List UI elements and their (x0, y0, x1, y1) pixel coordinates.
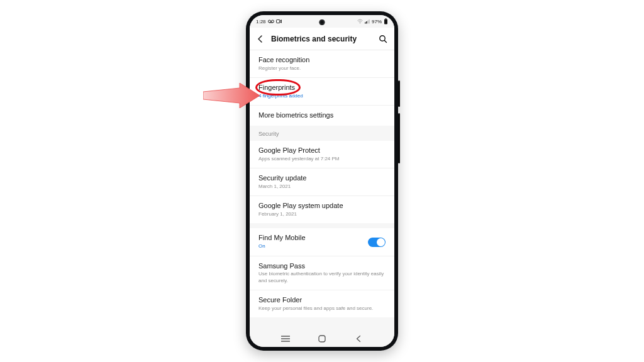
signal-icon (365, 19, 370, 24)
svg-point-2 (271, 20, 274, 23)
svg-rect-6 (365, 23, 365, 24)
page-title: Biometrics and security (271, 35, 372, 43)
item-subtitle: Register your face. (258, 65, 386, 72)
item-title: Face recognition (258, 56, 386, 65)
svg-rect-4 (276, 20, 280, 23)
item-subtitle: Use biometric authentication to verify y… (258, 271, 386, 284)
svg-point-5 (360, 22, 361, 23)
battery-percent: 97% (372, 19, 382, 25)
phone-frame: 1:28 97% (246, 11, 398, 351)
item-title: Secure Folder (258, 296, 386, 305)
android-nav-bar (250, 331, 394, 347)
item-secure-folder[interactable]: Secure Folder Keep your personal files a… (250, 290, 394, 317)
wifi-icon (357, 19, 363, 24)
svg-rect-11 (385, 18, 386, 19)
item-title: More biometrics settings (258, 111, 386, 120)
item-subtitle: March 1, 2021 (258, 184, 386, 190)
front-camera (319, 19, 325, 25)
item-title: Security update (258, 174, 386, 183)
svg-rect-17 (319, 336, 325, 342)
item-subtitle: Apps scanned yesterday at 7:24 PM (258, 156, 386, 162)
item-title: Google Play system update (258, 202, 386, 211)
item-google-play-protect[interactable]: Google Play Protect Apps scanned yesterd… (250, 141, 394, 168)
section-spacer (250, 223, 394, 228)
battery-icon (384, 18, 388, 25)
nav-back[interactable] (353, 333, 364, 344)
nav-recents[interactable] (280, 333, 291, 344)
item-samsung-pass[interactable]: Samsung Pass Use biometric authenticatio… (250, 256, 394, 291)
app-header: Biometrics and security (250, 28, 394, 50)
item-title: Find My Mobile (258, 234, 368, 243)
item-title: Samsung Pass (258, 262, 386, 271)
item-google-play-system-update[interactable]: Google Play system update February 1, 20… (250, 196, 394, 223)
back-button[interactable] (256, 35, 265, 43)
svg-line-13 (384, 40, 386, 42)
item-face-recognition[interactable]: Face recognition Register your face. (250, 50, 394, 78)
phone-side-button (398, 80, 400, 107)
item-subtitle: February 1, 2021 (258, 211, 386, 217)
item-find-my-mobile[interactable]: Find My Mobile On (250, 228, 394, 256)
item-fingerprints[interactable]: Fingerprints 4 fingerprints added (250, 78, 394, 106)
camera-status-icon (276, 19, 282, 24)
item-subtitle: On (258, 243, 368, 250)
svg-rect-9 (369, 19, 369, 24)
phone-side-button (398, 113, 400, 163)
phone-screen: 1:28 97% (250, 15, 394, 347)
svg-rect-10 (384, 19, 387, 25)
svg-rect-8 (367, 21, 368, 24)
settings-list[interactable]: Face recognition Register your face. Fin… (250, 50, 394, 331)
svg-rect-7 (366, 21, 367, 24)
toggle-find-my-mobile[interactable] (368, 238, 386, 247)
voicemail-icon (268, 19, 274, 24)
search-button[interactable] (378, 34, 388, 44)
item-subtitle: Keep your personal files and apps safe a… (258, 305, 386, 312)
item-security-update[interactable]: Security update March 1, 2021 (250, 168, 394, 196)
item-subtitle: 4 fingerprints added (258, 93, 386, 99)
nav-home[interactable] (316, 333, 328, 344)
item-more-biometrics[interactable]: More biometrics settings (250, 106, 394, 126)
item-title: Google Play Protect (258, 146, 386, 155)
clock: 1:28 (256, 19, 266, 25)
section-label-security: Security (250, 126, 394, 141)
svg-point-1 (268, 20, 270, 23)
item-title: Fingerprints (258, 84, 386, 92)
